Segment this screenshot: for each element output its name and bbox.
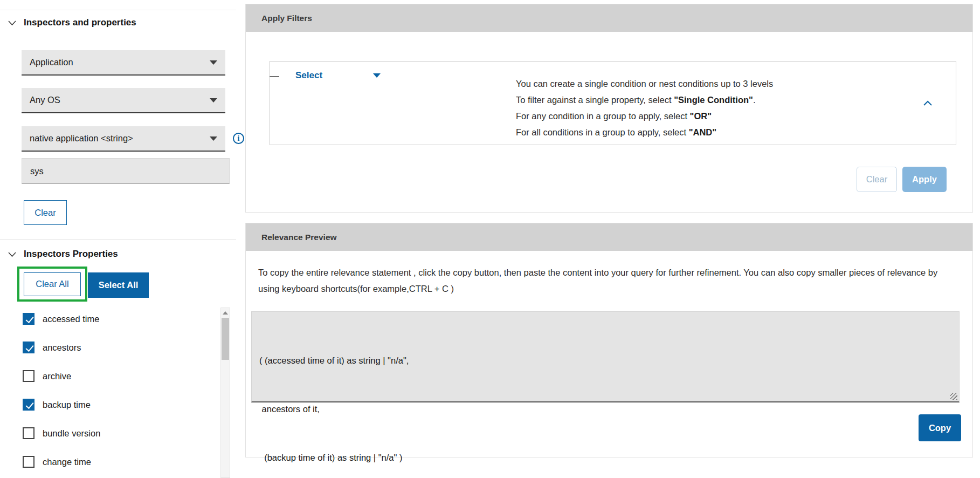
help-line: To filter against a single property, sel… [516, 92, 773, 108]
chevron-down-icon[interactable] [8, 18, 17, 28]
dropdown-caret-icon [210, 98, 217, 103]
help-line: For any condition in a group to apply, s… [516, 108, 773, 124]
inspector-argument-input[interactable] [22, 158, 230, 184]
checkbox-archive[interactable] [23, 370, 34, 382]
dropdown-value: Application [30, 57, 73, 67]
info-icon[interactable]: i [233, 133, 244, 144]
checkbox-label: ancestors [43, 343, 81, 353]
panel-header: Relevance Preview [246, 223, 972, 251]
checkbox-label: accessed time [43, 314, 99, 324]
list-item: backup time [23, 399, 100, 411]
sidebar-top-divider [0, 10, 236, 10]
copy-button[interactable]: Copy [919, 414, 961, 441]
filters-apply-button[interactable]: Apply [902, 167, 947, 192]
section-inspectors-properties: Inspectors Properties [8, 249, 118, 260]
inspector-type-dropdown[interactable]: Application [22, 50, 225, 76]
inspector-form-dropdown[interactable]: native application <string> [22, 126, 225, 152]
dropdown-value: Any OS [30, 95, 60, 105]
section-title: Inspectors Properties [24, 249, 118, 260]
relevance-code-box[interactable]: ( (accessed time of it) as string | "n/a… [251, 311, 960, 402]
collapse-chevron-up-icon[interactable] [922, 99, 933, 110]
condition-select-dropdown[interactable]: Select [295, 70, 381, 81]
checkbox-label: bundle version [43, 428, 100, 439]
checkbox-label: backup time [43, 400, 91, 410]
checkbox-accessed-time[interactable] [23, 313, 34, 325]
scrollbar-up-arrow-icon[interactable] [221, 308, 230, 317]
list-item: ancestors [23, 342, 100, 353]
sidebar-section-divider [0, 239, 236, 240]
panel-header: Apply Filters [246, 4, 972, 32]
property-checkbox-list: accessed time ancestors archive backup t… [23, 313, 100, 478]
help-line: You can create a single condition or nes… [516, 76, 773, 92]
dropdown-caret-icon [373, 73, 381, 78]
section-title: Inspectors and properties [24, 17, 136, 28]
filters-clear-button[interactable]: Clear [857, 167, 897, 192]
checkbox-bundle-version[interactable] [23, 427, 34, 439]
condition-help-text: You can create a single condition or nes… [516, 76, 773, 140]
dropdown-caret-icon [210, 136, 217, 141]
property-list-scrollbar[interactable] [220, 308, 230, 478]
section-inspectors-and-properties: Inspectors and properties [8, 17, 136, 28]
code-line: (backup time of it) as string | "n/a" ) [259, 449, 959, 466]
condition-builder-box: Select You can create a single condition… [270, 61, 956, 145]
relevance-description: To copy the entire relevance statement ,… [258, 264, 959, 297]
select-label: Select [295, 70, 322, 81]
os-dropdown[interactable]: Any OS [22, 88, 225, 113]
clear-all-button[interactable]: Clear All [24, 272, 81, 296]
chevron-down-icon[interactable] [8, 250, 17, 259]
dropdown-caret-icon [210, 60, 217, 65]
code-line: ancestors of it, [259, 401, 959, 417]
relevance-code-text: ( (accessed time of it) as string | "n/a… [252, 312, 959, 478]
tree-connector-dash [270, 76, 279, 77]
checkbox-ancestors[interactable] [23, 342, 34, 353]
checkbox-change-time[interactable] [23, 456, 34, 468]
query-app-page: Inspectors and properties Application An… [0, 0, 980, 478]
sidebar-clear-button[interactable]: Clear [24, 200, 67, 225]
relevance-preview-panel: Relevance Preview To copy the entire rel… [245, 223, 973, 457]
list-item: change time [23, 456, 100, 468]
checkbox-backup-time[interactable] [23, 399, 34, 411]
select-all-button[interactable]: Select All [88, 272, 149, 298]
help-line: For all conditions in a group to apply, … [516, 124, 773, 140]
dropdown-value: native application <string> [30, 133, 133, 144]
list-item: archive [23, 370, 100, 382]
panel-title: Relevance Preview [261, 233, 337, 242]
clear-all-highlight-annotation: Clear All [17, 267, 87, 302]
scrollbar-thumb[interactable] [222, 318, 229, 360]
list-item: accessed time [23, 313, 100, 325]
checkbox-label: change time [43, 457, 91, 467]
list-item: bundle version [23, 427, 100, 439]
textarea-resize-handle[interactable] [950, 393, 957, 400]
checkbox-label: archive [43, 371, 71, 381]
apply-filters-panel: Apply Filters Select You can create a si… [245, 4, 973, 213]
code-line: ( (accessed time of it) as string | "n/a… [259, 352, 959, 368]
panel-title: Apply Filters [261, 13, 312, 23]
